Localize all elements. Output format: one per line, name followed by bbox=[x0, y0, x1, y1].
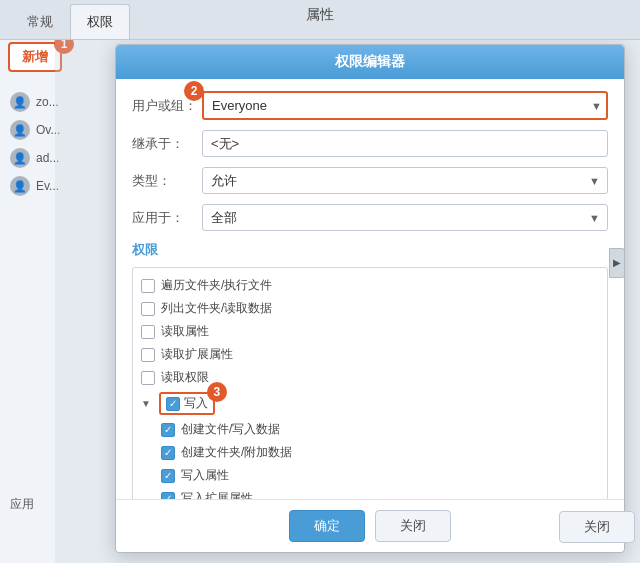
perm-label-create-file: 创建文件/写入数据 bbox=[181, 421, 280, 438]
user-group-input[interactable] bbox=[202, 91, 608, 120]
user-icon: 👤 bbox=[10, 92, 30, 112]
perm-checkbox-read-attr[interactable] bbox=[141, 325, 155, 339]
write-label: 写入 bbox=[184, 395, 208, 412]
perm-item-create-file: 创建文件/写入数据 bbox=[141, 418, 599, 441]
apply-row: 应用于： 全部 仅文件夹 仅文件 ▼ bbox=[132, 204, 608, 231]
perm-label-list: 列出文件夹/读取数据 bbox=[161, 300, 272, 317]
perm-label-write-attr: 写入属性 bbox=[181, 467, 229, 484]
type-row: 类型： 允许 拒绝 ▼ bbox=[132, 167, 608, 194]
confirm-button[interactable]: 确定 bbox=[289, 510, 365, 542]
perm-item-read-ext-attr: 读取扩展属性 bbox=[141, 343, 599, 366]
perm-item-write-ext-attr: 写入扩展属性 bbox=[141, 487, 599, 499]
dialog-footer: 确定 关闭 bbox=[116, 499, 624, 552]
annotation-2: 2 bbox=[184, 81, 204, 101]
user-group-row: 用户或组： ▼ 2 bbox=[132, 91, 608, 120]
inherit-row: 继承于： bbox=[132, 130, 608, 157]
inherit-input[interactable] bbox=[202, 130, 608, 157]
dialog-header: 权限编辑器 bbox=[116, 45, 624, 79]
user-icon: 👤 bbox=[10, 176, 30, 196]
apply-label: 应用 bbox=[10, 497, 34, 511]
perm-item-traverse: 遍历文件夹/执行文件 bbox=[141, 274, 599, 297]
perm-item-write-attr: 写入属性 bbox=[141, 464, 599, 487]
perm-label-create-folder: 创建文件夹/附加数据 bbox=[181, 444, 292, 461]
user-icon: 👤 bbox=[10, 120, 30, 140]
inherit-label: 继承于： bbox=[132, 135, 202, 153]
bottom-close-button[interactable]: 关闭 bbox=[559, 511, 635, 543]
perm-label-read-ext-attr: 读取扩展属性 bbox=[161, 346, 233, 363]
apply-section: 应用 bbox=[10, 496, 34, 513]
user-icon: 👤 bbox=[10, 148, 30, 168]
perm-checkbox-write-ext-attr[interactable] bbox=[161, 492, 175, 500]
perm-item-list: 列出文件夹/读取数据 bbox=[141, 297, 599, 320]
perm-label-read-attr: 读取属性 bbox=[161, 323, 209, 340]
tab-general[interactable]: 常规 bbox=[10, 4, 70, 39]
inherit-control bbox=[202, 130, 608, 157]
apply-select[interactable]: 全部 仅文件夹 仅文件 bbox=[202, 204, 608, 231]
apply-control: 全部 仅文件夹 仅文件 ▼ bbox=[202, 204, 608, 231]
tab-permissions[interactable]: 权限 bbox=[70, 4, 130, 39]
write-group-header[interactable]: ▼ 写入 3 bbox=[141, 389, 599, 418]
perm-checkbox-traverse[interactable] bbox=[141, 279, 155, 293]
user-group-control: ▼ 2 bbox=[202, 91, 608, 120]
close-button[interactable]: 关闭 bbox=[375, 510, 451, 542]
type-control: 允许 拒绝 ▼ bbox=[202, 167, 608, 194]
perm-item-create-folder: 创建文件夹/附加数据 bbox=[141, 441, 599, 464]
side-handle[interactable]: ▶ bbox=[609, 248, 625, 278]
perm-checkbox-read-ext-attr[interactable] bbox=[141, 348, 155, 362]
perm-checkbox-create-folder[interactable] bbox=[161, 446, 175, 460]
permissions-title: 权限 bbox=[132, 241, 608, 259]
dialog-body: 用户或组： ▼ 2 继承于： 类型： bbox=[116, 79, 624, 499]
permissions-section: 权限 遍历文件夹/执行文件 列出文件夹/读取数据 读取属性 bbox=[132, 241, 608, 499]
dialog-title: 权限编辑器 bbox=[335, 53, 405, 69]
perm-checkbox-write-attr[interactable] bbox=[161, 469, 175, 483]
type-label: 类型： bbox=[132, 172, 202, 190]
annotation-3: 3 bbox=[207, 382, 227, 402]
dialog-overlay: ▶ 权限编辑器 用户或组： ▼ 2 继承于： bbox=[55, 34, 640, 563]
write-chevron-icon: ▼ bbox=[141, 398, 151, 409]
perm-item-read-attr: 读取属性 bbox=[141, 320, 599, 343]
tab-bar: 属性 常规 权限 bbox=[0, 0, 640, 40]
permissions-group: 遍历文件夹/执行文件 列出文件夹/读取数据 读取属性 读取扩展属性 bbox=[132, 267, 608, 499]
bottom-close-area: 关闭 bbox=[559, 511, 635, 543]
apply-to-label: 应用于： bbox=[132, 209, 202, 227]
perm-label-traverse: 遍历文件夹/执行文件 bbox=[161, 277, 272, 294]
perm-label-write-ext-attr: 写入扩展属性 bbox=[181, 490, 253, 499]
permissions-dialog: ▶ 权限编辑器 用户或组： ▼ 2 继承于： bbox=[115, 44, 625, 553]
perm-label-read-perm: 读取权限 bbox=[161, 369, 209, 386]
type-select[interactable]: 允许 拒绝 bbox=[202, 167, 608, 194]
perm-checkbox-create-file[interactable] bbox=[161, 423, 175, 437]
write-checkbox[interactable] bbox=[166, 397, 180, 411]
perm-checkbox-list[interactable] bbox=[141, 302, 155, 316]
perm-checkbox-read-perm[interactable] bbox=[141, 371, 155, 385]
